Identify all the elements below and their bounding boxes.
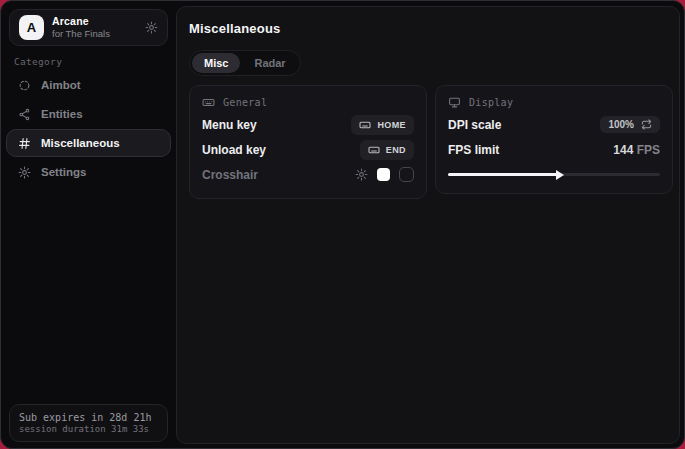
app-subtitle: for The Finals [52, 28, 110, 40]
gear-icon [18, 166, 31, 179]
fps-number: 144 [613, 143, 633, 157]
display-panel: Display DPI scale 100% [435, 85, 673, 194]
menu-key-label: Menu key [202, 118, 257, 132]
unload-key-label: Unload key [202, 143, 266, 157]
general-panel-header: General [202, 96, 414, 109]
subscription-card: Sub expires in 28d 21h session duration … [9, 404, 168, 442]
sidebar-item-label: Miscellaneous [41, 137, 120, 149]
fps-limit-label: FPS limit [448, 143, 499, 157]
sidebar-nav: Aimbot Entities Miscellaneous [6, 71, 171, 187]
sidebar: A Arcane for The Finals Category [1, 1, 176, 448]
dpi-scale-button[interactable]: 100% [600, 116, 660, 133]
general-panel: General Menu key HOME Unload key [189, 85, 427, 199]
gear-icon[interactable] [145, 21, 158, 34]
dpi-scale-value: 100% [608, 119, 634, 130]
app-header-card: A Arcane for The Finals [9, 9, 168, 46]
display-panel-header: Display [448, 96, 660, 109]
session-duration-text: session duration 31m 33s [19, 424, 158, 434]
dpi-scale-label: DPI scale [448, 118, 501, 132]
keyboard-icon [202, 96, 215, 109]
tab-misc[interactable]: Misc [192, 53, 240, 73]
sidebar-item-label: Aimbot [41, 79, 81, 91]
sidebar-item-settings[interactable]: Settings [6, 158, 171, 186]
sidebar-item-label: Entities [41, 108, 83, 120]
entities-icon [18, 108, 31, 121]
fps-slider-thumb[interactable] [556, 170, 564, 180]
dpi-scale-row: DPI scale 100% [448, 113, 660, 136]
crosshair-label: Crosshair [202, 168, 258, 182]
sidebar-item-miscellaneous[interactable]: Miscellaneous [6, 129, 171, 157]
crosshair-controls [355, 167, 414, 182]
fps-limit-row: FPS limit 144 FPS [448, 138, 660, 161]
fps-unit: FPS [633, 143, 660, 157]
monitor-icon [448, 96, 461, 109]
refresh-icon [641, 119, 652, 130]
grid-icon [18, 137, 31, 150]
fps-limit-value: 144 FPS [613, 143, 660, 157]
display-panel-title: Display [469, 97, 513, 108]
sub-expires-text: Sub expires in 28d 21h [19, 412, 158, 423]
fps-slider-fill [448, 173, 558, 176]
tab-radar[interactable]: Radar [242, 53, 297, 73]
app-name: Arcane [52, 15, 110, 28]
app-logo: A [19, 15, 44, 40]
crosshair-settings-gear-icon[interactable] [355, 168, 368, 181]
app-meta: Arcane for The Finals [52, 15, 110, 40]
app-window: A Arcane for The Finals Category [0, 0, 685, 449]
sidebar-item-label: Settings [41, 166, 86, 178]
fps-slider[interactable] [448, 167, 660, 181]
general-panel-title: General [223, 97, 267, 108]
sidebar-item-entities[interactable]: Entities [6, 100, 171, 128]
menu-key-value: HOME [377, 120, 406, 130]
sidebar-item-aimbot[interactable]: Aimbot [6, 71, 171, 99]
keyboard-icon [359, 119, 371, 131]
unload-key-row: Unload key END [202, 138, 414, 161]
crosshair-checkbox[interactable] [399, 167, 414, 182]
unload-key-value: END [386, 145, 406, 155]
tab-bar: Misc Radar [189, 50, 301, 76]
crosshair-icon [18, 79, 31, 92]
settings-panels: General Menu key HOME Unload key [189, 85, 673, 199]
page-title: Miscellaneous [189, 21, 280, 36]
unload-key-button[interactable]: END [360, 140, 414, 160]
menu-key-button[interactable]: HOME [351, 115, 414, 135]
main-panel: Miscellaneous Misc Radar General [176, 6, 680, 444]
crosshair-row: Crosshair [202, 163, 414, 186]
category-label: Category [14, 56, 62, 67]
crosshair-color-swatch[interactable] [377, 168, 390, 181]
menu-key-row: Menu key HOME [202, 113, 414, 136]
keyboard-icon [368, 144, 380, 156]
